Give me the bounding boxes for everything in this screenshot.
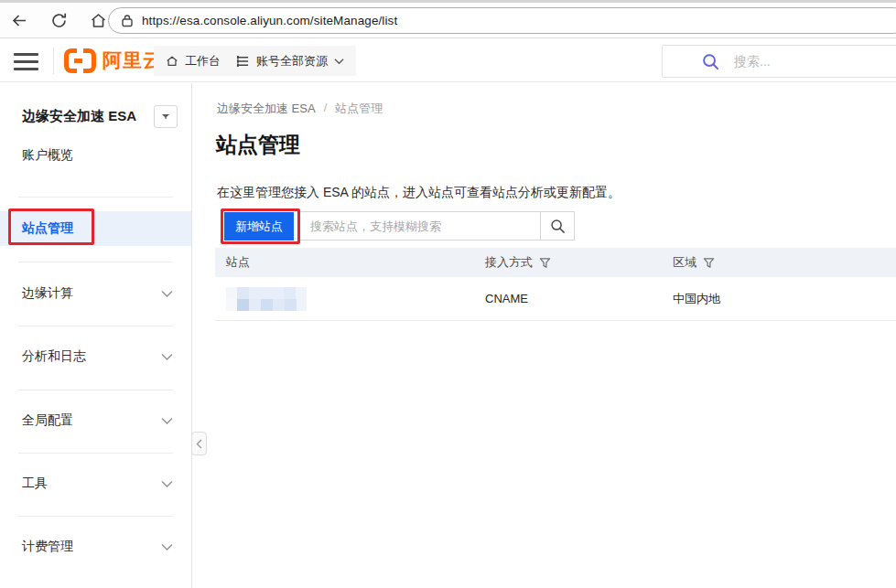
breadcrumb-current: 站点管理 [335,101,383,117]
col-header-site: 站点 [215,254,485,271]
sidebar-item-edge-compute[interactable]: 边缘计算 [0,278,191,309]
sidebar-item-account-overview[interactable]: 账户概览 [0,140,191,171]
sites-table: 站点 接入方式 区域 CNAME 中国内地 [215,248,896,321]
home-icon [90,12,107,29]
col-header-region: 区域 [673,254,896,271]
chevron-down-icon [161,353,173,361]
breadcrumb-root[interactable]: 边缘安全加速 ESA [217,101,316,117]
chevron-down-icon [161,417,173,425]
col-header-label: 区域 [673,254,696,271]
global-search-input[interactable] [734,54,862,69]
global-search-box[interactable] [662,45,896,78]
col-header-access-mode: 接入方式 [485,254,673,271]
breadcrumb-separator: / [324,101,328,117]
sidebar-item-label: 边缘计算 [22,285,73,302]
sidebar-divider [18,326,173,326]
esa-console-window: https://esa.console.aliyun.com/siteManag… [0,0,896,588]
sidebar-item-label: 站点管理 [22,220,73,237]
sidebar-item-billing[interactable]: 计费管理 [0,531,191,562]
chevron-down-icon [161,543,173,551]
workbench-home-icon [166,55,178,68]
sidebar-item-label: 账户概览 [22,147,73,164]
add-site-button[interactable]: 新增站点 [224,212,294,241]
main-content: 边缘安全加速 ESA / 站点管理 站点管理 在这里管理您接入 ESA 的站点，… [193,83,896,588]
browser-home-button[interactable] [86,8,110,32]
sidebar-item-site-manage[interactable]: 站点管理 [0,211,191,246]
account-resources-button[interactable]: 账号全部资源 [224,46,356,76]
console-top-nav: 阿里云 工作台 账号全部资源 [0,39,896,82]
sidebar-collapse-handle[interactable] [191,432,207,455]
sidebar-divider [18,390,173,390]
search-icon [550,219,566,234]
nav-divider [53,48,54,74]
url-text: https://esa.console.aliyun.com/siteManag… [142,14,397,27]
product-title: 边缘安全加速 ESA [22,108,136,125]
chevron-down-icon [334,58,344,65]
filter-funnel-icon[interactable] [539,257,551,269]
browser-refresh-button[interactable] [47,8,70,32]
sidebar-item-tools[interactable]: 工具 [0,468,191,499]
product-switcher-button[interactable] [154,105,178,128]
chevron-down-icon [161,480,173,488]
caret-down-icon [161,113,170,120]
address-bar[interactable]: https://esa.console.aliyun.com/siteManag… [108,7,896,34]
table-header-row: 站点 接入方式 区域 [215,248,896,277]
page-description: 在这里管理您接入 ESA 的站点，进入站点可查看站点分析或更新配置。 [217,185,621,201]
site-search-button[interactable] [540,211,575,241]
sidebar-divider [18,262,173,262]
col-header-label: 接入方式 [485,254,533,271]
workbench-label: 工作台 [185,53,221,69]
aliyun-logo[interactable]: 阿里云 [64,48,163,73]
region-cell: 中国内地 [673,291,896,307]
browser-back-button[interactable] [7,8,31,32]
access-mode-cell: CNAME [485,292,673,305]
sidebar-item-label: 全局配置 [22,412,73,429]
site-permissions-lock-icon [121,14,134,27]
chevron-left-icon [196,439,202,449]
sidebar-item-label: 工具 [22,476,48,492]
search-icon [701,52,720,71]
products-menu-button[interactable] [14,53,38,70]
account-resources-label: 账号全部资源 [256,53,328,69]
sidebar-divider [18,453,173,454]
browser-toolbar: https://esa.console.aliyun.com/siteManag… [0,0,896,38]
sidebar-divider [18,197,173,198]
table-row[interactable]: CNAME 中国内地 [215,277,896,321]
breadcrumb: 边缘安全加速 ESA / 站点管理 [217,101,383,117]
resources-list-icon [236,55,250,68]
workbench-button[interactable]: 工作台 [154,46,232,76]
page-title: 站点管理 [216,131,300,159]
sidebar-item-label: 计费管理 [22,539,73,555]
redacted-site-name [226,287,307,311]
refresh-icon [50,12,68,29]
filter-funnel-icon[interactable] [703,257,715,269]
site-name-cell[interactable] [215,287,485,311]
back-arrow-icon [11,12,28,29]
aliyun-logo-icon [64,48,96,73]
sidebar: 边缘安全加速 ESA 账户概览 站点管理 边缘计算 分析和日志 全局配置 [0,83,192,588]
sidebar-item-label: 分析和日志 [22,348,86,365]
annotation-add-site: 新增站点 [221,208,300,244]
site-search-input[interactable] [299,211,541,241]
sidebar-divider [18,516,173,517]
sidebar-item-global-config[interactable]: 全局配置 [0,405,191,436]
sidebar-item-analytics-logs[interactable]: 分析和日志 [0,341,191,372]
chevron-down-icon [161,290,173,298]
